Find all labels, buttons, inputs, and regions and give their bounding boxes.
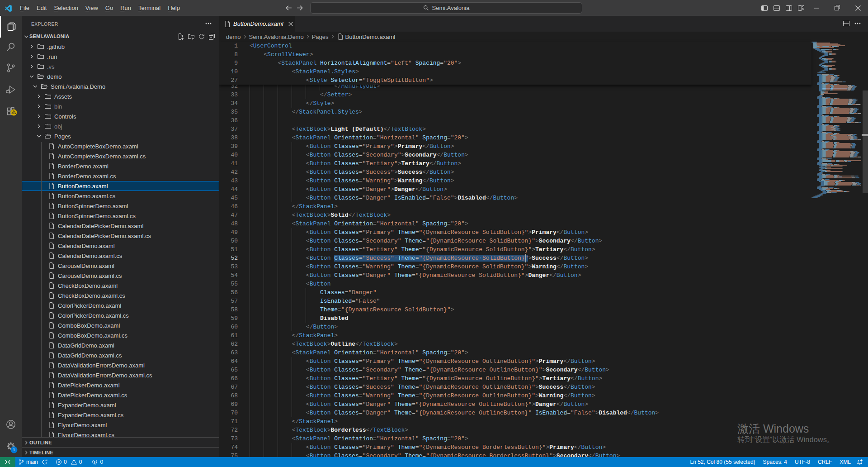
svg-text:1: 1 [13, 447, 15, 452]
